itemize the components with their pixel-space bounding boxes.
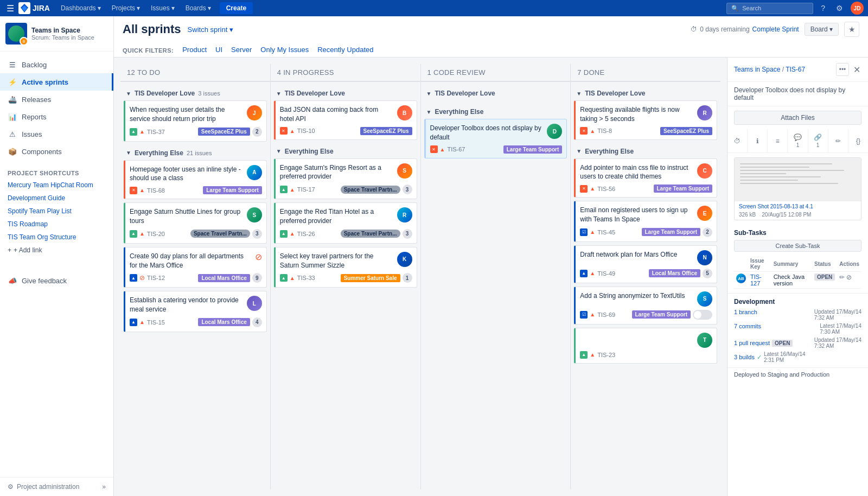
card-label: SeeSpaceEZ Plus bbox=[198, 128, 250, 136]
sprint-group-header[interactable]: ▼ TIS Developer Love 3 issues bbox=[124, 86, 267, 100]
card-count: 3 bbox=[252, 229, 262, 239]
breadcrumb-issue[interactable]: TIS-67 bbox=[786, 66, 805, 73]
detail-more-btn[interactable]: ••• bbox=[836, 63, 849, 76]
filter-recently-updated[interactable]: Recently Updated bbox=[317, 43, 373, 57]
projects-menu[interactable]: Projects ▾ bbox=[107, 2, 144, 14]
issue-card[interactable]: Add a String anonymizer to TextUtils S ☑… bbox=[574, 287, 717, 325]
shortcut-org-structure[interactable]: TIS Team Org Structure bbox=[0, 231, 113, 244]
detail-info-btn[interactable]: ℹ bbox=[748, 129, 768, 152]
column-content-inprogress: ▼ TIS Developer Love Bad JSON data comin… bbox=[271, 84, 420, 489]
issue-card[interactable]: Select key travel partners for the Satur… bbox=[274, 247, 417, 288]
board-star-btn[interactable]: ★ bbox=[844, 22, 859, 37]
app-layout: 0 Teams in Space Scrum: Teams in Space ☰… bbox=[0, 16, 868, 496]
subtask-key[interactable]: TIS-127 bbox=[750, 274, 762, 287]
help-button[interactable]: ? bbox=[818, 3, 828, 14]
boards-menu[interactable]: Boards ▾ bbox=[181, 2, 215, 14]
shortcut-mercury[interactable]: Mercury Team HipChat Room bbox=[0, 179, 113, 192]
create-button[interactable]: Create bbox=[220, 2, 253, 14]
sprint-group-header[interactable]: ▼ Everything Else 21 issues bbox=[124, 146, 267, 160]
card-bottom: ▲ ▲ TIS-26 Space Travel Partn... 3 bbox=[280, 229, 412, 239]
menu-icon[interactable]: ☰ bbox=[4, 1, 16, 16]
project-admin-btn[interactable]: ⚙ Project administration » bbox=[0, 477, 113, 496]
subtask-delete-btn[interactable]: ⊘ bbox=[846, 274, 852, 281]
filter-product[interactable]: Product bbox=[182, 43, 207, 57]
filter-only-my-issues[interactable]: Only My Issues bbox=[260, 43, 309, 57]
sidebar-item-issues[interactable]: ⚠ Issues bbox=[0, 125, 113, 143]
builds-link[interactable]: 3 builds bbox=[734, 354, 755, 360]
dashboards-menu[interactable]: Dashboards ▾ bbox=[56, 2, 105, 14]
filter-ui[interactable]: UI bbox=[215, 43, 222, 57]
feedback-btn[interactable]: 📣 Give feedback bbox=[0, 272, 113, 289]
issue-card[interactable]: Engage Saturn's Rings Resort as a prefer… bbox=[274, 158, 417, 200]
issue-card[interactable]: Engage Saturn Shuttle Lines for group to… bbox=[124, 202, 267, 244]
card-top: Engage Saturn's Rings Resort as a prefer… bbox=[280, 163, 412, 182]
search-box[interactable]: 🔍 Search bbox=[726, 3, 813, 14]
subtask-row: AB TIS-127 Check Java version OPEN ✏ ⊘ bbox=[734, 272, 861, 289]
complete-sprint-btn[interactable]: Complete Sprint bbox=[752, 26, 799, 33]
sprint-group-header[interactable]: ▼ TIS Developer Love bbox=[424, 86, 567, 100]
subtask-edit-btn[interactable]: ✏ bbox=[839, 274, 845, 281]
pull-request-link[interactable]: 1 pull request bbox=[734, 340, 770, 346]
detail-code-btn[interactable]: {} bbox=[848, 129, 868, 152]
create-subtask-btn[interactable]: Create Sub-Task bbox=[734, 240, 861, 252]
card-bottom: ☑ ▲ TIS-69 Large Team Support bbox=[580, 310, 712, 320]
card-issue-type: ☑ bbox=[580, 311, 588, 319]
commits-link[interactable]: 7 commits bbox=[734, 323, 761, 335]
shortcut-devguide[interactable]: Development Guide bbox=[0, 192, 113, 205]
card-count: 2 bbox=[703, 227, 712, 237]
branch-link[interactable]: 1 branch bbox=[734, 309, 757, 321]
switch-sprint-btn[interactable]: Switch sprint ▾ bbox=[188, 26, 233, 34]
quick-filters: QUICK FILTERS: Product UI Server Only My… bbox=[123, 41, 859, 57]
issue-card[interactable]: Developer Toolbox does not display by de… bbox=[424, 119, 567, 158]
detail-list-btn[interactable]: ≡ bbox=[768, 129, 788, 152]
priority-icon: ▲ bbox=[139, 187, 145, 193]
sprint-group-header[interactable]: ▼ Everything Else bbox=[574, 144, 717, 158]
sprint-group-header[interactable]: ▼ Everything Else bbox=[274, 144, 417, 158]
group-name: TIS Developer Love bbox=[135, 90, 195, 97]
add-link-btn[interactable]: + + Add link bbox=[0, 244, 113, 257]
card-key: TIS-49 bbox=[597, 270, 615, 277]
chevron-icon: ▼ bbox=[576, 91, 582, 97]
issue-card[interactable]: Homepage footer uses an inline style - s… bbox=[124, 160, 267, 200]
card-avatar: A bbox=[247, 165, 262, 180]
sidebar-item-active-sprints[interactable]: ⚡ Active sprints bbox=[0, 73, 113, 91]
screenshot-name[interactable]: Screen Shot 2015-08-13 at 4.1 bbox=[735, 201, 861, 212]
settings-button[interactable]: ⚙ bbox=[833, 3, 846, 14]
issue-card[interactable]: Create 90 day plans for all departments … bbox=[124, 247, 267, 288]
card-meta: ▲ ▲ TIS-17 bbox=[280, 186, 315, 193]
detail-close-btn[interactable]: ✕ bbox=[852, 63, 861, 76]
card-key: TIS-26 bbox=[297, 231, 315, 237]
issue-card[interactable]: Draft network plan for Mars Office N ▲ ▲… bbox=[574, 245, 717, 283]
issue-card[interactable]: Add pointer to main css file to instruct… bbox=[574, 158, 717, 198]
card-toggle[interactable] bbox=[693, 310, 712, 320]
detail-comment-btn[interactable]: 💬1 bbox=[788, 129, 808, 152]
issue-card[interactable]: Bad JSON data coming back from hotel API… bbox=[274, 100, 417, 140]
filter-server[interactable]: Server bbox=[231, 43, 252, 57]
shortcut-roadmap[interactable]: TIS Roadmap bbox=[0, 218, 113, 231]
sprint-group-header[interactable]: ▼ TIS Developer Love bbox=[574, 86, 717, 100]
issues-menu[interactable]: Issues ▾ bbox=[146, 2, 179, 14]
sprint-group-header[interactable]: ▼ TIS Developer Love bbox=[274, 86, 417, 100]
user-avatar[interactable]: JD bbox=[851, 2, 864, 15]
board-view-btn[interactable]: Board ▾ bbox=[805, 23, 839, 36]
sidebar-item-releases[interactable]: 🚢 Releases bbox=[0, 91, 113, 108]
shortcut-spotify[interactable]: Spotify Team Play List bbox=[0, 205, 113, 218]
issue-card[interactable]: Engage the Red Titan Hotel as a preferre… bbox=[274, 202, 417, 244]
issue-card[interactable]: Email non registered users to sign up wi… bbox=[574, 201, 717, 242]
detail-link-btn[interactable]: 🔗1 bbox=[808, 129, 828, 152]
attach-files-btn[interactable]: Attach Files bbox=[734, 111, 861, 125]
issue-card[interactable]: Requesting available flights is now taki… bbox=[574, 100, 717, 140]
sidebar-item-reports[interactable]: 📊 Reports bbox=[0, 108, 113, 125]
card-issue-type: ✕ bbox=[580, 185, 588, 193]
card-meta: ☑ ▲ TIS-69 bbox=[580, 311, 615, 319]
issue-card[interactable]: When requesting user details the service… bbox=[124, 100, 267, 142]
detail-clock-btn[interactable]: ⏱ bbox=[727, 129, 748, 152]
sidebar-item-components[interactable]: 📦 Components bbox=[0, 143, 113, 160]
card-label: SeeSpaceEZ Plus bbox=[660, 127, 712, 135]
sidebar-item-backlog[interactable]: ☰ Backlog bbox=[0, 56, 113, 73]
sprint-group-header[interactable]: ▼ Everything Else bbox=[424, 105, 567, 119]
issue-card[interactable]: T ▲ ▲ TIS-23 bbox=[574, 328, 717, 364]
breadcrumb-project[interactable]: Teams in Space bbox=[734, 66, 780, 73]
issue-card[interactable]: Establish a catering vendor to provide m… bbox=[124, 291, 267, 332]
detail-edit-btn[interactable]: ✏ bbox=[828, 129, 848, 152]
